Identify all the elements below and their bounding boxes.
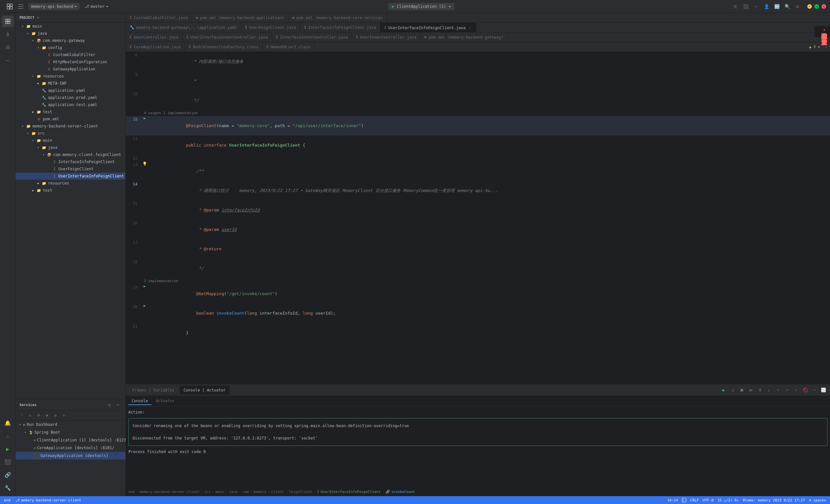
branch-selector[interactable]: ⎇ master ▾ [82,3,111,10]
project-selector[interactable]: memory-api-backend ▾ [29,3,79,10]
tree-item-resources[interactable]: ▾ 📁 resources [15,73,125,80]
status-linesep[interactable]: CRLF [689,496,700,504]
tree-item-UserFeignClient[interactable]: I UserFeignClient [15,165,125,172]
status-indent[interactable]: 4 spaces [808,496,827,504]
run-gutter-20[interactable]: ▶ [143,304,146,308]
sidebar-item-plugins[interactable]: 🔧 [2,482,13,494]
service-gateway-app[interactable]: ⬛ GatewayApplication [devtools] [15,452,125,460]
tree-item-java2[interactable]: ▾ 📁 java [15,144,125,151]
stop-icon[interactable]: ⬛ [742,3,749,10]
tree-item-config[interactable]: ▾ 📁 config [15,44,125,51]
tab-application-yaml[interactable]: 🔧 memory-backend-gateway\...\application… [126,23,241,32]
actuator-tab[interactable]: Actuator [153,397,178,405]
warning-badge[interactable]: ▲ 3 ∧ [807,45,823,49]
service-spring-boot[interactable]: ▾ 🍃 Spring Boot [15,429,125,436]
console-tab[interactable]: Console [128,397,151,405]
status-blame[interactable]: Blame: memory 2023 9/22 17:27 [741,496,806,504]
bulb-icon-13[interactable]: 💡 [142,161,147,166]
tab-RedisConnectionFactory[interactable]: I RedisConnectionFactory.class [185,42,263,52]
tab-CustomGlobalFilter[interactable]: C CustomGlobalFilter.java [126,13,192,23]
more-bottom-btn[interactable]: ⋯ [810,386,818,394]
run-btn[interactable]: ▶ [720,386,728,394]
tree-item-com-memory-client[interactable]: ▾ 📦 com.memory.client.feignClient [15,151,125,158]
tree-item-HttpMesCon[interactable]: C HttpMesConConfiguration [15,58,125,65]
tree-item-java[interactable]: ▾ 📁 java [15,30,125,37]
tab-CoreApplication[interactable]: C CoreApplication.java [126,42,185,52]
services-close-icon[interactable]: ✕ [27,412,34,419]
tab-console-actuator[interactable]: Console | Actuator [180,386,229,395]
step-in-btn[interactable]: ↪ [774,386,782,394]
step-over-btn[interactable]: ↓ [765,386,773,394]
hamburger-menu[interactable] [18,3,26,10]
settings-icon[interactable]: ⚙ [794,3,801,10]
tree-item-test2[interactable]: ▶ 📁 test [15,187,125,194]
services-more-icon[interactable]: ⋯ [115,401,122,408]
tab-close-UserInterfaceInfo[interactable]: ✕ [468,26,472,30]
run-config-selector[interactable]: ▶ ClientApplication (1) ▾ [388,3,455,10]
tree-item-application-test-yaml[interactable]: 🔧 application-test.yaml [15,101,125,108]
clear-btn[interactable]: 🚫 [801,386,809,394]
services-settings-icon[interactable]: ⚙ [106,401,113,408]
tree-item-test[interactable]: ▶ 📁 test [15,108,125,116]
tab-InterfaceInfoFeignClient[interactable]: I InterfaceInfoFeignClient.java [300,23,380,32]
tab-InterfaceInnerController[interactable]: C InterfaceInnerController.java [272,32,352,42]
maximize-button[interactable]: □ [815,4,819,9]
tree-item-main2[interactable]: ▾ 📁 main [15,137,125,144]
tree-item-META-INF[interactable]: ▶ 📁 META-INF [15,80,125,87]
service-client-app[interactable]: ⚙ ClientApplication (1) [devtools] :8123… [15,436,125,444]
pause-btn[interactable]: ⏸ [756,386,764,394]
profile-icon[interactable]: 👤 [763,3,770,10]
tree-item-main[interactable]: ▾ 📁 main [15,23,125,30]
tab-pom-application[interactable]: m pom.xml (memory-backend-application) [192,13,289,23]
tree-item-CustomGlobalFilter[interactable]: C CustomGlobalFilter [15,51,125,58]
step-out-btn[interactable]: ↩ [783,386,791,394]
sidebar-item-problems[interactable]: ⚠ [2,430,13,442]
translate-icon[interactable]: 🔤 [774,3,780,10]
tab-pom-core[interactable]: m pom.xml (memory-backend-core-service) [289,13,387,23]
services-filter-icon[interactable]: ▼ [43,412,51,419]
tree-item-GatewayApplication[interactable]: C GatewayApplication [15,65,125,73]
sidebar-item-commit[interactable] [2,29,13,40]
tree-item-InterfaceInfoFeignClient[interactable]: I InterfaceInfoFeignClient [15,158,125,165]
tree-item-pom-xml[interactable]: m pom.xml [15,116,125,123]
status-warnings[interactable]: 15 △/2↑ 0↓ [716,496,740,504]
sidebar-item-more[interactable]: ⋯ [2,55,13,66]
stop-run-btn[interactable]: ⏹ [738,386,746,394]
services-eye-icon[interactable]: 👁 [35,412,42,419]
sidebar-item-structure[interactable] [2,41,13,53]
tree-item-com-memory-gateway[interactable]: ▾ 📦 com.memory.gateway [15,37,125,44]
sidebar-item-terminal[interactable]: ⬛ [2,456,13,468]
services-collapse-icon[interactable]: ⌃ [18,412,25,419]
tree-item-application-yaml[interactable]: 🔧 application.yaml [15,87,125,94]
sidebar-item-project[interactable] [2,15,13,27]
run-gutter-19[interactable]: ▶ [143,284,146,288]
tab-NamedObject[interactable]: C NamedObject.class [263,42,315,52]
service-core-app[interactable]: ⚙ CoreApplication [devtools] :8101/ [15,444,125,452]
code-editor[interactable]: 8 * 内部调用/接口信息服务 9 * [126,52,830,384]
service-run-dashboard[interactable]: ▾ ▶ Run Dashboard [15,421,125,429]
close-button[interactable]: ✕ [822,4,826,9]
expand-bottom-btn[interactable]: ⬜ [820,386,827,394]
pause-debug-icon[interactable]: ⏸ [732,3,739,10]
tab-UserController[interactable]: C UserController.java [126,32,183,42]
status-encoding[interactable]: UTF-8 [702,496,715,504]
tree-item-resources2[interactable]: ▶ 📁 resources [15,180,125,187]
more-actions-icon[interactable]: ⋯ [753,3,759,10]
sidebar-collapse-icon[interactable]: ∨ [37,15,39,20]
minimize-button[interactable]: ─ [807,4,812,9]
status-branch[interactable]: ⎇ memory-backend-server-client [14,496,82,504]
sidebar-item-notifications[interactable]: 🔔 [2,417,13,429]
tab-pom-gateway[interactable]: m pom.xml (memory-backend-gateway) [420,32,508,42]
tree-item-memory-backend-server-client[interactable]: ▾ 📁 memory-backend-server-client [15,123,125,130]
services-group-icon[interactable]: ⊞ [52,412,59,419]
status-line-col[interactable]: 14:14 [666,496,679,504]
services-add-icon[interactable]: + [60,412,67,419]
restore-btn[interactable]: ⇐ [792,386,800,394]
resume-btn[interactable]: ⏭ [747,386,755,394]
sidebar-item-run[interactable]: ▶ [2,443,13,455]
sidebar-item-endpoints[interactable]: 🔗 [2,469,13,481]
tab-frames-variables[interactable]: Frames | Variables [128,386,178,395]
status-encoding-icon[interactable]: A [680,496,688,504]
tab-more-btn[interactable]: ⋯ [823,45,830,49]
status-git[interactable]: end [3,496,12,504]
